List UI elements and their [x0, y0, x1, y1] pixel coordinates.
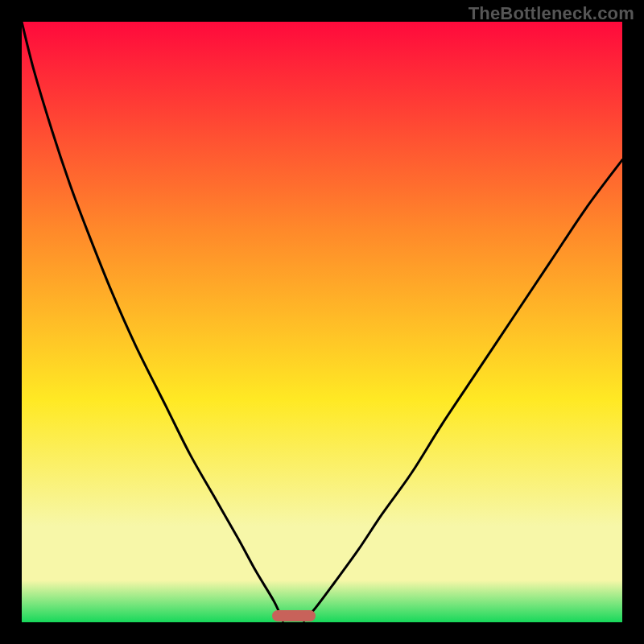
watermark-text: TheBottleneck.com — [469, 3, 634, 24]
curve-layer — [22, 22, 622, 622]
outer-frame: TheBottleneck.com — [0, 0, 644, 644]
trough-marker — [272, 610, 316, 621]
plot-area — [22, 22, 622, 622]
curve-right-branch — [304, 160, 622, 621]
curve-left-branch — [22, 22, 283, 621]
